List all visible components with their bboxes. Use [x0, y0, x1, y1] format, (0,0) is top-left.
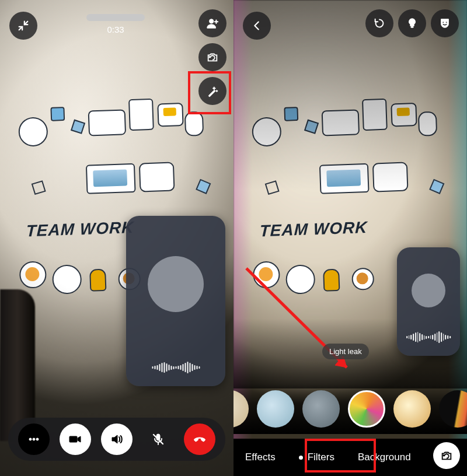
flip-camera-icon [206, 51, 219, 64]
effects-wand-button[interactable] [198, 77, 226, 105]
avatar-placeholder [148, 256, 204, 312]
svg-rect-6 [411, 27, 414, 28]
video-toggle-button[interactable] [60, 424, 91, 455]
selected-filter-label: Light leak [322, 344, 369, 359]
avatar-placeholder [412, 274, 445, 307]
person-add-icon [206, 17, 219, 30]
flip-camera-button[interactable] [198, 43, 226, 71]
reset-icon [373, 17, 386, 30]
video-on-icon [68, 432, 82, 446]
back-icon [250, 19, 263, 32]
filter-swatch[interactable] [302, 390, 340, 428]
svg-point-0 [210, 19, 214, 23]
svg-point-7 [442, 22, 444, 23]
mural-title: TEAM WORK [259, 218, 368, 240]
tab-label: Effects [245, 452, 276, 463]
background-tab[interactable]: Background [346, 452, 423, 463]
lightbulb-icon [406, 17, 419, 30]
more-icon [27, 432, 41, 446]
mic-muted-icon [151, 432, 165, 446]
voice-waveform [406, 331, 451, 343]
tab-label: Background [358, 452, 411, 463]
filter-swatch[interactable] [257, 390, 294, 428]
call-controls-bar [8, 418, 225, 461]
low-light-button[interactable] [398, 9, 426, 37]
magic-wand-icon [206, 85, 219, 97]
svg-point-8 [445, 22, 447, 23]
filter-swatch-strip[interactable] [234, 384, 467, 434]
back-button[interactable] [243, 12, 271, 40]
call-timer: 0:33 [103, 24, 128, 34]
self-view-pip[interactable] [126, 216, 225, 386]
add-participant-button[interactable] [198, 9, 226, 37]
active-dot-icon [299, 456, 303, 460]
reset-filter-button[interactable] [365, 9, 393, 37]
flip-camera-icon [440, 449, 453, 462]
speaker-button[interactable] [101, 424, 133, 455]
effects-tabs-bar: Effects Filters Background [234, 439, 467, 476]
flip-camera-button[interactable] [433, 442, 460, 469]
self-view-pip[interactable] [397, 247, 460, 356]
svg-point-2 [29, 438, 32, 440]
filter-swatch[interactable] [393, 390, 431, 428]
filter-swatch[interactable] [234, 390, 249, 428]
left-screenshot-video-call: TEAM WORK 0:33 [0, 0, 234, 476]
right-screenshot-effects-filters: TEAM WORK Light leak [234, 0, 467, 476]
speaker-on-icon [110, 432, 124, 446]
face-mask-icon [438, 17, 451, 30]
more-options-button[interactable] [18, 424, 50, 455]
voice-waveform [141, 362, 211, 373]
svg-rect-1 [208, 90, 215, 97]
effects-tab[interactable]: Effects [234, 452, 287, 463]
minimize-icon [17, 19, 30, 32]
selected-filter-swatch[interactable] [348, 390, 385, 428]
hangup-icon [193, 432, 207, 446]
tab-label: Filters [308, 452, 334, 463]
minimize-button[interactable] [9, 12, 37, 40]
redacted-name-bar [86, 14, 145, 21]
filter-swatch[interactable] [439, 390, 467, 428]
mute-button[interactable] [142, 424, 174, 455]
svg-point-3 [33, 438, 35, 440]
end-call-button[interactable] [184, 424, 215, 455]
face-effects-button[interactable] [431, 9, 459, 37]
svg-point-4 [36, 438, 39, 440]
filters-tab[interactable]: Filters [287, 452, 346, 463]
